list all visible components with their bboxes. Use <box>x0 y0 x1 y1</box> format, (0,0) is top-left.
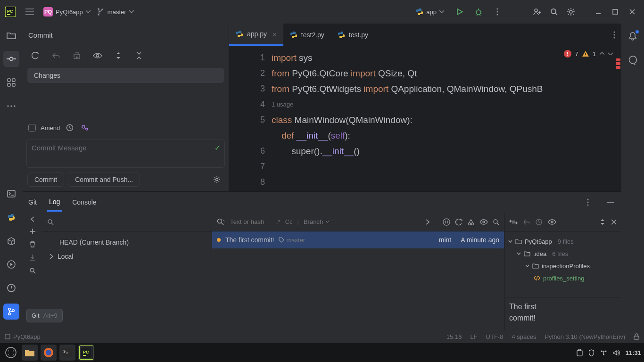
filter-search-button[interactable] <box>217 218 224 226</box>
debug-button[interactable] <box>471 5 486 19</box>
code-editor[interactable]: import sysfrom PyQt6.QtCore import QSize… <box>272 46 621 191</box>
editor-tabs-more-button[interactable] <box>607 28 621 42</box>
git-tab-console[interactable]: Console <box>70 194 98 211</box>
commit-tool-button[interactable] <box>3 51 19 67</box>
structure-tool-button[interactable] <box>3 74 19 90</box>
rollback-button[interactable] <box>49 49 63 63</box>
more-tools-button[interactable] <box>3 98 19 114</box>
refresh-button[interactable] <box>28 49 42 63</box>
tray-shield-icon[interactable] <box>588 349 594 356</box>
git-panel-options-button[interactable] <box>581 195 595 209</box>
indent[interactable]: 4 spaces <box>512 333 536 340</box>
os-menu-button[interactable]: ⛶ <box>3 345 19 361</box>
code-with-me-button[interactable] <box>530 5 544 19</box>
git-side-search-button[interactable] <box>29 267 36 274</box>
hamburger-button[interactable] <box>23 5 37 19</box>
ai-button[interactable] <box>80 121 90 135</box>
detail-tree-row[interactable]: inspectionProfiles <box>508 260 618 272</box>
commit-button[interactable]: Commit <box>27 173 64 187</box>
services-tool-button[interactable] <box>3 256 19 272</box>
history-button[interactable] <box>65 121 75 135</box>
python-packages-button[interactable] <box>3 233 19 249</box>
run-button[interactable] <box>453 5 467 19</box>
settings-button[interactable] <box>564 5 578 19</box>
log-refresh-button[interactable] <box>455 218 462 226</box>
git-side-new-branch-button[interactable] <box>30 229 35 234</box>
run-config-selector[interactable]: app <box>412 6 448 17</box>
taskbar-pycharm[interactable]: PC <box>78 345 94 361</box>
vcs-branch-selector[interactable]: master <box>97 8 134 16</box>
detail-tree-row[interactable]: PyQt6app9 files <box>508 235 618 247</box>
next-highlight-button[interactable] <box>608 52 613 55</box>
caret-position[interactable]: 15:16 <box>446 333 462 340</box>
branch-local[interactable]: Local <box>49 249 205 263</box>
breadcrumb[interactable]: PyQt6app <box>5 333 41 340</box>
log-cherry-pick-button[interactable] <box>467 218 475 226</box>
more-run-button[interactable] <box>490 5 504 19</box>
warning-count[interactable]: 1 <box>593 50 596 58</box>
expand-all-button[interactable] <box>111 49 125 63</box>
log-eye-button[interactable] <box>479 219 488 225</box>
detail-close-button[interactable] <box>611 219 617 225</box>
detail-tree-row[interactable]: profiles_setting <box>508 272 618 284</box>
filter-regex-toggle[interactable]: .* <box>276 218 281 225</box>
editor-tab[interactable]: test2.py <box>283 24 331 46</box>
detail-revert-button[interactable] <box>523 219 530 225</box>
filter-branch-dropdown[interactable]: Branch <box>304 218 330 225</box>
tray-clock[interactable]: 11:31 <box>626 349 641 356</box>
editor-tab[interactable]: test.py <box>331 24 375 46</box>
notifications-button[interactable] <box>626 29 640 43</box>
terminal-tool-button[interactable] <box>3 186 19 202</box>
python-console-button[interactable] <box>3 209 19 225</box>
changes-node[interactable]: Changes <box>27 68 224 83</box>
project-tool-button[interactable] <box>3 27 19 43</box>
window-close-button[interactable] <box>625 5 639 19</box>
git-side-delete-button[interactable] <box>29 241 36 247</box>
taskbar-terminal[interactable] <box>59 345 75 361</box>
collapse-all-button[interactable] <box>132 49 146 63</box>
commit-and-push-button[interactable]: Commit and Push... <box>68 173 140 187</box>
git-tab-log[interactable]: Log <box>47 193 62 212</box>
tray-volume-icon[interactable] <box>613 350 620 356</box>
filter-more-button[interactable] <box>426 219 429 225</box>
changelist-button[interactable] <box>209 49 223 63</box>
taskbar-files[interactable] <box>22 345 38 361</box>
detail-history-button[interactable] <box>536 219 542 225</box>
commit-row[interactable]: The first commit!mastermintA minute ago <box>212 231 504 248</box>
readonly-lock-icon[interactable] <box>634 333 639 340</box>
taskbar-firefox[interactable] <box>41 345 57 361</box>
prev-highlight-button[interactable] <box>600 52 604 55</box>
detail-tree-row[interactable]: .idea6 files <box>508 247 618 260</box>
filter-text-input[interactable] <box>229 218 272 226</box>
tray-clipboard-icon[interactable] <box>577 349 583 356</box>
git-tab-git[interactable]: Git <box>26 194 39 211</box>
shelve-button[interactable] <box>70 49 84 63</box>
editor-tab[interactable]: app.py× <box>229 24 283 46</box>
line-ending[interactable]: LF <box>470 333 477 340</box>
tray-network-icon[interactable] <box>600 350 607 356</box>
diff-preview-button[interactable] <box>91 49 105 63</box>
problems-tool-button[interactable] <box>3 280 19 296</box>
error-count[interactable]: 7 <box>575 50 578 58</box>
ai-assistant-button[interactable] <box>626 53 640 67</box>
git-side-collapse-button[interactable] <box>30 216 35 222</box>
detail-expand-button[interactable] <box>600 219 605 225</box>
close-tab-button[interactable]: × <box>272 30 277 38</box>
detail-eye-button[interactable] <box>548 219 556 225</box>
interpreter[interactable]: Python 3.10 (NewPythonEnv) <box>545 333 625 340</box>
branch-head[interactable]: HEAD (Current Branch) <box>49 235 205 249</box>
window-maximize-button[interactable] <box>608 5 622 19</box>
encoding[interactable]: UTF-8 <box>486 333 504 340</box>
filter-case-toggle[interactable]: Cc <box>285 218 293 225</box>
git-side-fetch-button[interactable] <box>29 254 36 261</box>
commit-message-input[interactable]: Commit Message ✓ <box>26 140 225 168</box>
git-panel-hide-button[interactable] <box>603 195 618 209</box>
git-tool-button[interactable] <box>3 304 19 320</box>
amend-checkbox[interactable] <box>28 124 36 132</box>
detail-compare-button[interactable] <box>509 219 518 225</box>
log-find-button[interactable] <box>493 219 499 225</box>
log-pause-button[interactable] <box>443 218 450 226</box>
window-minimize-button[interactable] <box>591 5 605 19</box>
project-selector[interactable]: PQ PyQt6app <box>43 7 91 16</box>
commit-settings-button[interactable] <box>210 173 224 187</box>
